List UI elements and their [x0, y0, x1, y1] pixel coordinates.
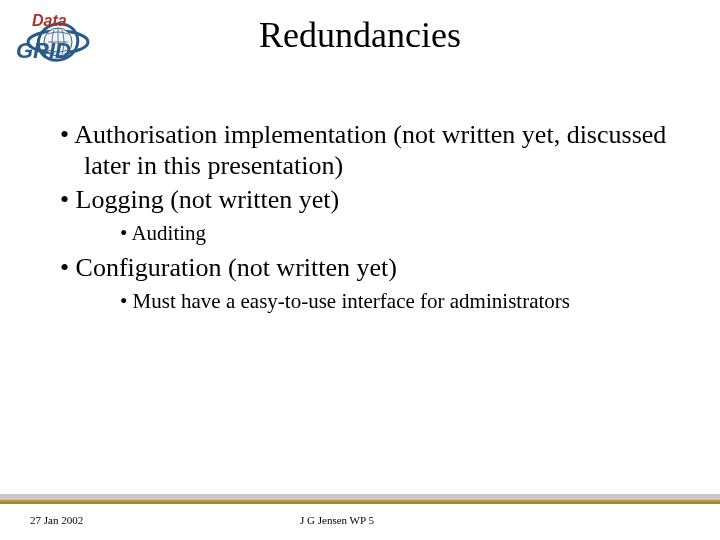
- bullet-admin-interface: Must have a easy-to-use interface for ad…: [120, 288, 680, 315]
- footer-date: 27 Jan 2002: [30, 514, 83, 526]
- bullet-auditing: Auditing: [120, 220, 680, 247]
- bullet-configuration: Configuration (not written yet): [60, 253, 680, 284]
- bullet-logging: Logging (not written yet): [60, 185, 680, 216]
- bullet-authorisation: Authorisation implementation (not writte…: [60, 120, 680, 181]
- slide-content: Authorisation implementation (not writte…: [60, 120, 680, 321]
- slide-title: Redundancies: [0, 14, 720, 56]
- footer-author: J G Jensen WP 5: [300, 514, 374, 526]
- footer-divider: [0, 494, 720, 504]
